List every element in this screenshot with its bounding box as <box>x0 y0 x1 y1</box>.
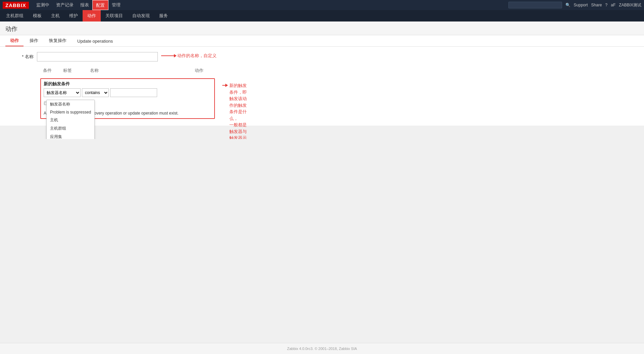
condition-dropdown-menu: 触发器名称 Problem is suppressed 主机 主机群组 应用集 … <box>46 100 95 139</box>
name-annotation-arrow: 动作的名称，自定义 <box>161 53 217 59</box>
dropdown-item-4[interactable]: 应用集 <box>47 133 94 139</box>
name-label: * 名称 <box>7 54 37 60</box>
tab-update[interactable]: Update operations <box>73 37 118 46</box>
trigger-dropdown-wrapper: 触发器名称 Problem is suppressed 主机 主机群组 应用集 … <box>44 88 81 97</box>
nav-item-monitor[interactable]: 监测中 <box>33 0 53 10</box>
page-title-bar: 动作 <box>0 21 644 35</box>
new-condition-section: 新的触发条件 触发器名称 Problem is suppressed 主机 主机… <box>40 78 215 119</box>
top-nav-items: 监测中 资产记录 报表 配置 管理 <box>33 0 508 10</box>
condition-type-select[interactable]: 触发器名称 Problem is suppressed 主机 主机群组 应用集 … <box>44 88 81 97</box>
dropdown-item-3[interactable]: 主机群组 <box>47 124 94 133</box>
form-area: * 名称 动作的名称，自定义 条件 标签 名称 动作 新的触发条件 <box>0 47 644 126</box>
name-form-row: * 名称 动作的名称，自定义 <box>7 52 637 61</box>
instance-name: ZABBIX测试 <box>619 2 641 8</box>
user-avatar[interactable]: aF <box>611 3 615 7</box>
nav-item-config[interactable]: 配置 <box>92 0 108 10</box>
sub-nav-template[interactable]: 模板 <box>28 10 46 21</box>
dropdown-item-1[interactable]: Problem is suppressed <box>47 108 94 116</box>
new-condition-label: 新的触发条件 <box>41 79 214 88</box>
top-nav-bar: ZABBIX 监测中 资产记录 报表 配置 管理 🔍 Support Share… <box>0 0 644 10</box>
top-nav-right: 🔍 Support Share ? aF ZABBIX测试 <box>508 2 641 8</box>
col-header-condition: 条件 <box>43 68 63 74</box>
condition-table-header-row: 条件 标签 名称 动作 <box>40 66 215 75</box>
tab-action[interactable]: 动作 <box>5 36 24 46</box>
condition-value-input[interactable] <box>110 88 157 97</box>
dropdown-item-2[interactable]: 主机 <box>47 116 94 124</box>
dropdown-item-0[interactable]: 触发器名称 <box>47 100 94 108</box>
col-header-action: 动作 <box>195 68 215 74</box>
nav-item-admin[interactable]: 管理 <box>108 0 124 10</box>
tabs-bar: 动作 操作 恢复操作 Update operations <box>0 35 644 47</box>
sub-nav-hostgroup[interactable]: 主机群组 <box>1 10 28 21</box>
right-annotation: 新的触发条件，即触发该动作的触发条件是什么， 一般都是触发器与触发器示警度 <box>222 82 251 139</box>
col-header-tag: 标签 <box>63 68 90 74</box>
sub-nav-host[interactable]: 主机 <box>46 10 64 21</box>
sub-nav-bar: 主机群组 模板 主机 维护 动作 关联项目 自动发现 服务 <box>0 10 644 21</box>
zabbix-logo: ZABBIX <box>3 2 29 9</box>
right-annotation-text: 新的触发条件，即触发该动作的触发条件是什么， 一般都是触发器与触发器示警度 <box>229 82 251 139</box>
sub-nav-service[interactable]: 服务 <box>154 10 173 21</box>
col-header-name: 名称 <box>90 68 195 74</box>
sub-nav-linked[interactable]: 关联项目 <box>101 10 128 21</box>
main-content-wrapper: 动作 操作 恢复操作 Update operations * 名称 动作的名称，… <box>0 35 644 126</box>
share-link[interactable]: Share <box>591 3 602 7</box>
condition-operator-select[interactable]: contains does not contain equals does no… <box>82 88 109 97</box>
nav-item-assets[interactable]: 资产记录 <box>53 0 77 10</box>
tab-recovery[interactable]: 恢复操作 <box>44 36 71 46</box>
sub-nav-autodiscovery[interactable]: 自动发现 <box>128 10 154 21</box>
new-condition-controls: 触发器名称 Problem is suppressed 主机 主机群组 应用集 … <box>41 88 214 99</box>
search-icon[interactable]: 🔍 <box>565 3 570 7</box>
search-input[interactable] <box>508 2 562 8</box>
right-arrow-line <box>222 85 226 86</box>
name-input[interactable] <box>37 52 158 61</box>
nav-item-reports[interactable]: 报表 <box>77 0 92 10</box>
sub-nav-action[interactable]: 动作 <box>83 10 101 21</box>
page-content: 动作 动作 操作 恢复操作 Update operations * 名称 动作的… <box>0 21 644 139</box>
arrow-line <box>161 55 175 56</box>
tab-operation[interactable]: 操作 <box>25 36 43 46</box>
name-annotation-text: 动作的名称，自定义 <box>177 53 217 59</box>
sub-nav-maintenance[interactable]: 维护 <box>64 10 83 21</box>
page-title: 动作 <box>5 25 639 33</box>
help-icon[interactable]: ? <box>605 3 608 7</box>
support-link[interactable]: Support <box>574 3 588 7</box>
